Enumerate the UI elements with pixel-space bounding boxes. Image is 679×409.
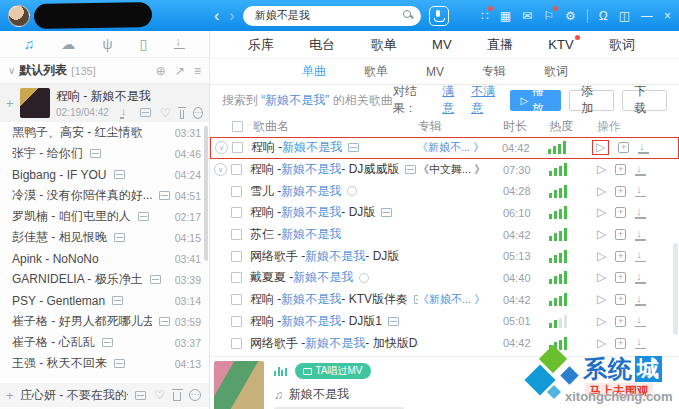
play-icon[interactable]: ▷ [597, 185, 606, 198]
playlist-song-row[interactable]: Apink - NoNoNo 03:41 [0, 248, 209, 269]
search-input[interactable] [255, 10, 395, 22]
row-checkbox[interactable] [231, 316, 242, 327]
sidebar-scrollbar[interactable] [204, 126, 208, 261]
list-menu-icon[interactable]: ≡ [194, 64, 201, 78]
playlist-song-row[interactable]: 罗凯楠 - 咱们屯里的人 02:17 [0, 206, 209, 227]
mv-icon[interactable] [102, 338, 113, 347]
nav-tab[interactable]: KTV [548, 37, 573, 52]
playlist-song-row[interactable]: 王强 - 秋天不回来 04:13 [0, 353, 209, 374]
mv-icon[interactable] [159, 317, 170, 326]
main-scrollbar[interactable] [673, 243, 678, 335]
play-icon[interactable]: ▷ [597, 293, 606, 306]
mv-icon[interactable] [150, 275, 161, 284]
download-icon[interactable] [635, 337, 646, 349]
mv-icon[interactable] [114, 170, 125, 179]
album-art[interactable] [214, 361, 264, 409]
download-icon[interactable] [635, 272, 646, 284]
row-checkbox[interactable] [231, 272, 242, 283]
playlist-song-row[interactable]: Bigbang - IF YOU 04:24 [0, 164, 209, 185]
play-icon[interactable]: ▷ [597, 315, 606, 328]
tab-radio-icon[interactable]: ψ [102, 36, 112, 52]
playlist-song-row[interactable]: 彭佳慧 - 相见恨晚 04:15 [0, 227, 209, 248]
add-to-list-icon[interactable] [615, 272, 626, 283]
user-avatar[interactable] [8, 5, 30, 27]
heart-icon[interactable]: ♡ [160, 107, 171, 119]
locate-playing-icon[interactable]: ⊕ [156, 64, 166, 78]
nav-tab[interactable]: 乐库 [248, 36, 274, 54]
add-to-list-icon[interactable] [615, 338, 626, 349]
play-icon[interactable]: ▷ [597, 271, 606, 284]
mv-icon[interactable] [114, 233, 125, 242]
category-tab[interactable]: 歌单 [364, 63, 388, 80]
song-row[interactable]: 程响 - 新娘不是我 - DJ威威版 《中文舞... 》 07:30 ▷ [210, 159, 679, 181]
song-row[interactable]: 网络歌手 - 新娘不是我 - DJ版 05:13 ▷ [210, 245, 679, 267]
download-icon[interactable] [635, 294, 646, 306]
song-album[interactable]: 《新娘不... 》 [417, 140, 502, 155]
row-checkbox[interactable] [231, 229, 242, 240]
mv-icon[interactable] [138, 212, 149, 221]
mv-icon[interactable] [140, 108, 151, 117]
minimize-icon[interactable]: — [641, 9, 653, 23]
song-row[interactable]: 雪儿 - 新娘不是我 04:28 ▷ [210, 180, 679, 202]
nav-tab[interactable]: 电台 [309, 36, 335, 54]
add-to-list-icon[interactable] [618, 142, 629, 153]
song-row[interactable]: 程响 - 新娘不是我 《新娘不... 》 04:42 ▷ [210, 137, 679, 159]
expand-icon[interactable] [215, 141, 228, 154]
select-all-checkbox[interactable] [232, 121, 243, 132]
apps-icon[interactable]: ∷ [481, 9, 489, 23]
playlist-song-row[interactable]: GARNIDELIA - 极乐净土 03:39 [0, 269, 209, 290]
mv-icon[interactable] [159, 191, 170, 200]
song-album[interactable]: 《新娘不... 》 [418, 292, 503, 307]
download-icon[interactable] [635, 315, 646, 327]
playlist-song-row[interactable]: 黑鸭子、高安 - 红尘情歌 03:31 [0, 122, 209, 143]
expand-icon[interactable] [214, 163, 227, 176]
tab-local-music-icon[interactable]: ♫ [24, 36, 35, 52]
add-to-list-icon[interactable] [615, 229, 626, 240]
nav-tab[interactable]: 歌单 [371, 36, 397, 54]
category-tab[interactable]: MV [426, 65, 444, 79]
satisfied-link[interactable]: 满意 [442, 83, 463, 117]
song-row[interactable]: 程响 - 新娘不是我 - DJ版 06:10 ▷ [210, 202, 679, 224]
add-to-list-icon[interactable] [615, 294, 626, 305]
mini-player-icon[interactable]: ◫ [619, 9, 630, 23]
mv-icon[interactable] [405, 165, 416, 174]
tab-device-icon[interactable]: ▯ [140, 36, 148, 52]
play-all-button[interactable]: ▷播放 [510, 90, 561, 111]
row-checkbox[interactable] [231, 338, 242, 349]
open-external-icon[interactable]: ↗ [175, 64, 185, 78]
play-icon[interactable]: ▷ [597, 337, 606, 350]
playlist-song-row[interactable]: 崔子格 - 心乱乱 03:37 [0, 332, 209, 353]
trash-icon[interactable] [173, 392, 181, 401]
song-row[interactable]: 网络歌手 - 新娘不是我 - 加快版DJ 04:42 ▷ [210, 332, 679, 354]
add-icon[interactable]: + [6, 96, 20, 111]
playlist-song-row[interactable]: 张宇 - 给你们 04:46 [0, 143, 209, 164]
search-icon[interactable] [403, 10, 411, 18]
row-checkbox[interactable] [231, 294, 242, 305]
download-icon[interactable] [635, 185, 646, 197]
nav-tab[interactable]: 直播 [487, 36, 513, 54]
download-icon[interactable] [635, 164, 646, 176]
song-row[interactable]: 苏仨 - 新娘不是我 04:42 ▷ [210, 224, 679, 246]
game-icon[interactable]: ▦ [500, 9, 511, 23]
skin-icon[interactable]: ⚐ [543, 9, 554, 23]
row-checkbox[interactable] [231, 251, 242, 262]
play-icon[interactable]: ▷ [597, 250, 606, 263]
mv-icon[interactable] [414, 295, 418, 304]
category-tab[interactable]: 歌词 [544, 63, 568, 80]
add-icon[interactable]: + [6, 388, 20, 403]
nav-tab[interactable]: MV [432, 37, 452, 52]
mv-icon[interactable] [112, 296, 123, 305]
nav-tab[interactable]: 歌词 [609, 36, 635, 54]
playlist-song-row[interactable]: 冷漠 - 没有你陪伴真的好... 04:51 [0, 185, 209, 206]
heart-icon[interactable]: ♡ [154, 389, 165, 401]
mv-tag-button[interactable]: TA唱过MV [295, 363, 371, 379]
download-icon[interactable] [638, 142, 649, 154]
playlist-song-row[interactable]: PSY - Gentleman 03:14 [0, 290, 209, 311]
mv-icon[interactable] [90, 149, 101, 158]
download-icon[interactable] [120, 107, 124, 119]
song-row[interactable]: 程响 - 新娘不是我 - KTV版伴奏 《新娘不... 》 04:42 ▷ [210, 289, 679, 311]
row-checkbox[interactable] [231, 164, 242, 175]
play-icon[interactable]: ▷ [597, 163, 606, 176]
add-to-list-icon[interactable] [615, 251, 626, 262]
category-tab[interactable]: 专辑 [482, 63, 506, 80]
